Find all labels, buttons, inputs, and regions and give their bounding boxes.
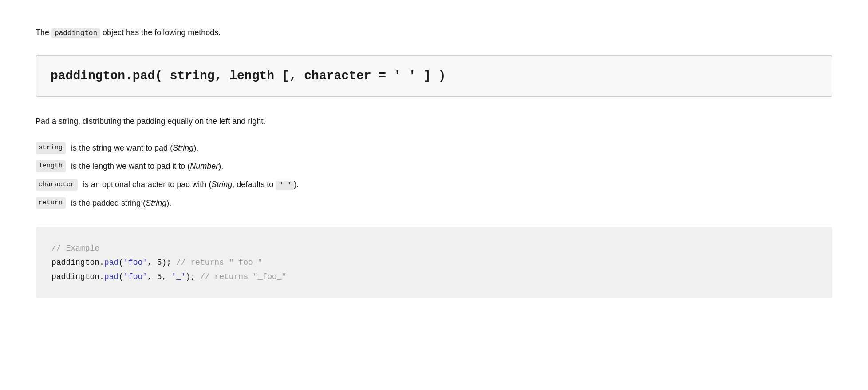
param-name-return: return — [36, 197, 66, 209]
code-line2-string1: 'foo' — [123, 272, 147, 281]
code-comment-line: // Example — [51, 241, 817, 255]
code-line1-open: ( — [118, 258, 123, 267]
param-type-string: String — [173, 143, 193, 152]
param-desc-char-before: is an optional character to pad with ( — [83, 180, 211, 189]
param-desc-return: is the padded string (String). — [71, 197, 171, 209]
code-line2-string2: '_' — [166, 272, 185, 281]
param-desc-string: is the string we want to pad (String). — [71, 142, 198, 154]
param-row-return: return is the padded string (String). — [36, 197, 832, 209]
intro-text-after: object has the following methods. — [103, 28, 221, 37]
intro-paragraph: The paddington object has the following … — [36, 27, 832, 39]
param-desc-return-before: is the padded string ( — [71, 199, 146, 207]
signature-text: paddington.pad( string, length [, charac… — [51, 68, 817, 84]
param-row-character: character is an optional character to pa… — [36, 179, 832, 191]
code-line2-open: ( — [118, 272, 123, 281]
code-line-1: paddington.pad('foo', 5); // returns " f… — [51, 255, 817, 270]
param-desc-return-after: ). — [166, 199, 171, 207]
code-line1-prefix: paddington. — [51, 258, 104, 267]
param-desc-length: is the length we want to pad it to (Numb… — [71, 160, 223, 172]
param-desc-char-middle: , defaults to — [232, 180, 273, 189]
param-type-character: String — [211, 180, 232, 189]
signature-box: paddington.pad( string, length [, charac… — [36, 55, 832, 97]
code-line2-close: ); — [186, 272, 196, 281]
param-desc-character: is an optional character to pad with (St… — [83, 179, 299, 191]
intro-code-object: paddington — [51, 28, 100, 38]
param-desc-length-after: ). — [218, 162, 223, 171]
code-line2-number: 5 — [152, 272, 162, 281]
param-type-return: String — [146, 199, 166, 207]
param-name-string: string — [36, 142, 66, 154]
code-line1-number: 5 — [152, 258, 162, 267]
param-desc-string-before: is the string we want to pad ( — [71, 143, 173, 152]
code-line1-comma1: , — [147, 258, 152, 267]
code-line2-prefix: paddington. — [51, 272, 104, 281]
code-comment-text: // Example — [51, 244, 99, 253]
param-name-character: character — [36, 179, 78, 191]
intro-text-before: The — [36, 28, 49, 37]
code-example-block: // Example paddington.pad('foo', 5); // … — [36, 227, 832, 298]
params-list: string is the string we want to pad (Str… — [36, 142, 832, 209]
param-desc-length-before: is the length we want to pad it to ( — [71, 162, 190, 171]
param-desc-char-after: ). — [294, 180, 299, 189]
code-line2-comma1: , — [147, 272, 152, 281]
param-desc-string-after: ). — [193, 143, 198, 152]
code-line-2: paddington.pad('foo', 5, '_'); // return… — [51, 270, 817, 284]
code-line2-comma2: , — [162, 272, 166, 281]
param-row-length: length is the length we want to pad it t… — [36, 160, 832, 172]
code-line1-method: pad — [104, 258, 118, 267]
description-text: Pad a string, distributing the padding e… — [36, 115, 832, 128]
code-line2-method: pad — [104, 272, 118, 281]
param-default-character: " " — [276, 181, 294, 190]
param-name-length: length — [36, 160, 66, 172]
code-line2-comment: // returns "_foo_" — [200, 272, 286, 281]
code-line1-string: 'foo' — [123, 258, 147, 267]
code-line1-close: ); — [162, 258, 171, 267]
param-type-length: Number — [190, 162, 218, 171]
code-line1-comment: // returns " foo " — [176, 258, 262, 267]
param-row-string: string is the string we want to pad (Str… — [36, 142, 832, 154]
